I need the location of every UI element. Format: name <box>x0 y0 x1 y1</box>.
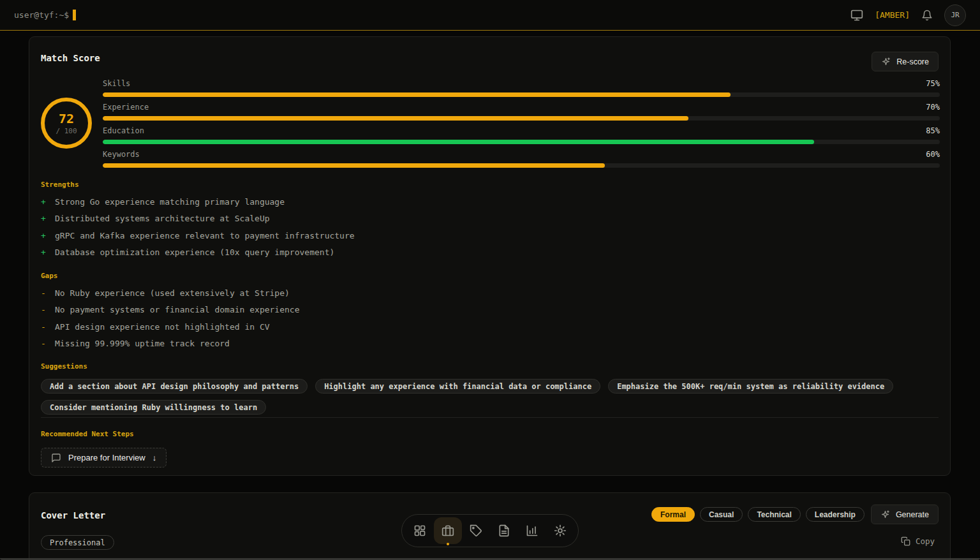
strengths-list: +Strong Go experience matching primary l… <box>41 194 355 262</box>
gaps-list: -No Ruby experience (used extensively at… <box>41 285 300 353</box>
minus-icon: - <box>41 302 55 318</box>
dock-active-dot <box>447 543 449 545</box>
dock-item-briefcase[interactable] <box>434 517 462 544</box>
score-bar-row: Experience70% <box>103 103 940 121</box>
score-bars: Skills75%Experience70%Education85%Keywor… <box>103 79 940 173</box>
list-item: +Strong Go experience matching primary l… <box>41 194 355 210</box>
bar-track <box>103 116 940 121</box>
bar-label: Experience <box>103 103 149 112</box>
dock-item-dashboard[interactable] <box>406 517 434 544</box>
minus-icon: - <box>41 285 55 302</box>
suggestion-chip[interactable]: Consider mentioning Ruby willingness to … <box>41 400 266 415</box>
tone-chip-technical[interactable]: Technical <box>748 507 800 522</box>
style-chip[interactable]: Professional <box>41 535 114 550</box>
strengths-section: Strengths +Strong Go experience matching… <box>41 181 355 262</box>
avatar[interactable]: JR <box>944 4 966 26</box>
list-item: -API design experience not highlighted i… <box>41 319 300 335</box>
generate-button[interactable]: Generate <box>871 505 939 524</box>
list-item-text: Missing 99.999% uptime track record <box>55 335 230 352</box>
sparkle-icon <box>880 510 890 519</box>
next-steps-section: Recommended Next Steps Prepare for Inter… <box>41 430 167 468</box>
bar-track <box>103 163 940 168</box>
bar-value: 75% <box>926 79 940 88</box>
suggestion-chip[interactable]: Emphasize the 500K+ req/min system as re… <box>608 379 893 394</box>
next-steps-label: Recommended Next Steps <box>41 430 167 438</box>
bar-value: 85% <box>926 126 940 135</box>
terminal-cursor <box>73 10 76 20</box>
score-bar-row: Skills75% <box>103 79 940 97</box>
strengths-label: Strengths <box>41 181 355 189</box>
score-value: 72 <box>59 112 74 126</box>
bell-icon[interactable] <box>921 10 933 21</box>
tone-chips: FormalCasualTechnicalLeadership <box>651 507 865 522</box>
bar-label: Skills <box>103 79 130 88</box>
tag-icon <box>470 524 482 537</box>
bar-track <box>103 140 940 144</box>
dashboard-icon <box>413 524 426 537</box>
prompt-text: user@tyf:~$ <box>14 10 69 20</box>
tone-chip-leadership[interactable]: Leadership <box>806 507 865 522</box>
dock-item-chart[interactable] <box>518 517 546 544</box>
rescore-button[interactable]: Re-score <box>872 52 939 71</box>
list-item-text: No Ruby experience (used extensively at … <box>55 285 290 302</box>
minus-icon: - <box>41 335 55 352</box>
plus-icon: + <box>41 244 55 261</box>
list-item-text: Database optimization experience (10x qu… <box>55 244 334 261</box>
gaps-section: Gaps -No Ruby experience (used extensive… <box>41 272 300 353</box>
bar-value: 70% <box>926 103 940 112</box>
topbar: user@tyf:~$ [AMBER] JR <box>0 0 980 31</box>
list-item: -No payment systems or financial domain … <box>41 302 300 318</box>
bar-label: Education <box>103 126 144 135</box>
score-ring: 72 / 100 <box>41 98 92 149</box>
dock-item-tag[interactable] <box>462 517 490 544</box>
chart-icon <box>526 524 538 537</box>
bar-label: Keywords <box>103 150 140 159</box>
copy-label: Copy <box>916 536 935 546</box>
list-item-text: gRPC and Kafka experience relevant to pa… <box>55 228 355 244</box>
list-item-text: Strong Go experience matching primary la… <box>55 194 285 210</box>
bar-track <box>103 92 940 97</box>
bar-fill <box>103 163 605 168</box>
list-item: -Missing 99.999% uptime track record <box>41 335 300 352</box>
score-bar-row: Keywords60% <box>103 150 940 168</box>
generate-label: Generate <box>896 510 929 519</box>
tone-chip-casual[interactable]: Casual <box>700 507 743 522</box>
prepare-interview-button[interactable]: Prepare for Interview ↓ <box>41 448 167 468</box>
list-item: +Distributed systems architecture at Sca… <box>41 210 355 227</box>
list-item-text: API design experience not highlighted in… <box>55 319 270 335</box>
briefcase-icon <box>442 524 454 537</box>
dock-item-settings[interactable] <box>546 517 574 544</box>
dock <box>401 514 579 547</box>
bar-fill <box>103 92 731 97</box>
minus-icon: - <box>41 319 55 335</box>
tone-controls: FormalCasualTechnicalLeadership Generate <box>651 505 939 524</box>
sparkle-icon <box>881 57 891 66</box>
suggestion-chip[interactable]: Add a section about API design philosoph… <box>41 379 308 394</box>
terminal-prompt[interactable]: user@tyf:~$ <box>14 10 76 20</box>
rescore-label: Re-score <box>896 57 929 66</box>
plus-icon: + <box>41 194 55 210</box>
copy-button[interactable]: Copy <box>901 536 935 546</box>
gaps-label: Gaps <box>41 272 300 280</box>
list-item: -No Ruby experience (used extensively at… <box>41 285 300 302</box>
prepare-interview-label: Prepare for Interview <box>68 453 145 462</box>
tone-chip-formal[interactable]: Formal <box>651 507 695 522</box>
bar-fill <box>103 140 814 144</box>
bar-value: 60% <box>926 150 940 159</box>
list-item-text: Distributed systems architecture at Scal… <box>55 210 270 227</box>
list-item-text: No payment systems or financial domain e… <box>55 302 300 318</box>
suggestions-list: Add a section about API design philosoph… <box>41 379 940 415</box>
topbar-right: [AMBER] JR <box>850 4 966 26</box>
list-item: +gRPC and Kafka experience relevant to p… <box>41 228 355 244</box>
bar-fill <box>103 116 688 121</box>
monitor-icon <box>850 9 863 22</box>
plus-icon: + <box>41 228 55 244</box>
mode-label: [AMBER] <box>875 10 910 20</box>
suggestions-label: Suggestions <box>41 362 940 371</box>
settings-icon <box>554 524 567 537</box>
suggestion-chip[interactable]: Highlight any experience with financial … <box>315 379 600 394</box>
arrow-down-icon: ↓ <box>152 453 157 462</box>
score-total: / 100 <box>56 127 77 135</box>
match-score-title: Match Score <box>41 53 100 63</box>
dock-item-document[interactable] <box>490 517 518 544</box>
